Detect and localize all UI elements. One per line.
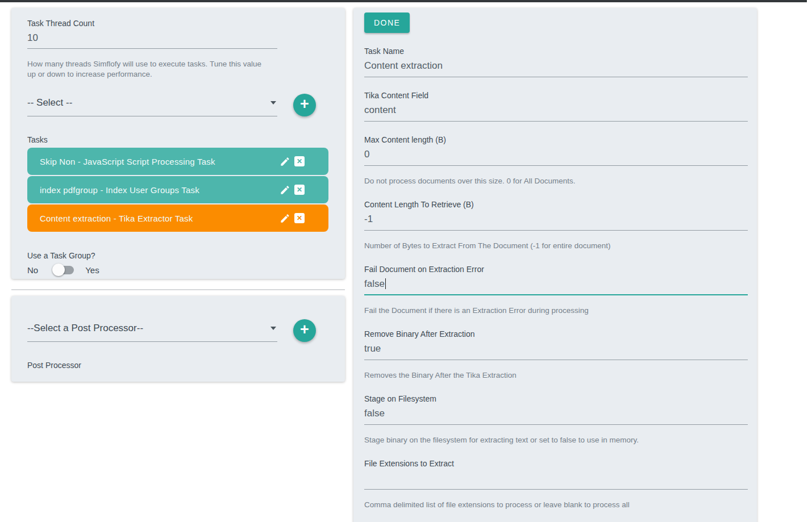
task-row[interactable]: index pdfgroup - Index User Groups Task …	[27, 176, 328, 203]
field-group: Stage on Filesystem false Stage binary o…	[364, 394, 748, 445]
content-length-retrieve-input[interactable]: -1	[364, 213, 748, 231]
task-list: Skip Non - JavaScript Script Processing …	[27, 148, 329, 232]
toggle-yes-label: Yes	[85, 265, 99, 275]
task-group-toggle[interactable]	[53, 266, 74, 274]
post-processor-label: Post Processor	[27, 360, 329, 374]
post-processor-card: --Select a Post Processor-- + Post Proce…	[11, 296, 345, 382]
task-thread-count-label: Task Thread Count	[27, 18, 329, 28]
task-select-row: -- Select -- +	[27, 97, 329, 116]
field-help: Number of Bytes to Extract From The Docu…	[364, 241, 748, 251]
edit-icon[interactable]	[280, 156, 290, 167]
task-thread-count-help: How many threads Simflofy will use to ex…	[27, 59, 266, 80]
field-help: Stage binary on the filesystem for extra…	[364, 435, 748, 445]
edit-icon[interactable]	[280, 185, 290, 195]
task-row[interactable]: Content extraction - Tika Extractor Task…	[27, 204, 328, 232]
edit-icon[interactable]	[280, 213, 290, 224]
max-content-length-input[interactable]: 0	[364, 148, 748, 166]
field-help: Removes the Binary After the Tika Extrac…	[364, 370, 748, 381]
post-processor-select[interactable]: --Select a Post Processor--	[27, 322, 277, 342]
field-help: Do not process documents over this size.…	[364, 176, 748, 186]
field-group: File Extensions to Extract Comma delimit…	[364, 458, 748, 510]
toggle-knob	[52, 264, 65, 276]
task-row-label: Skip Non - JavaScript Script Processing …	[40, 157, 215, 166]
field-group: Tika Content Field content	[364, 90, 748, 122]
task-group-toggle-row: No Yes	[27, 263, 329, 277]
field-group: Max Content length (B) 0 Do not process …	[364, 135, 748, 186]
field-group: Fail Document on Extraction Error false …	[364, 264, 748, 316]
remove-binary-input[interactable]: true	[364, 343, 748, 360]
field-label: Remove Binary After Extraction	[364, 329, 748, 339]
delete-icon[interactable]: ✕	[294, 185, 305, 195]
chevron-down-icon	[270, 101, 276, 105]
delete-icon[interactable]: ✕	[294, 213, 305, 223]
tasks-list-label: Tasks	[27, 135, 329, 145]
field-label: Tika Content Field	[364, 90, 748, 101]
right-column: DONE Task Name Content extraction Tika C…	[353, 8, 757, 522]
task-thread-count-input[interactable]: 10	[27, 32, 277, 49]
task-row-label: Content extraction - Tika Extractor Task	[40, 214, 193, 223]
delete-icon[interactable]: ✕	[294, 156, 305, 166]
field-label: File Extensions to Extract	[364, 458, 748, 469]
field-label: Stage on Filesystem	[364, 394, 748, 404]
field-label: Content Length To Retrieve (B)	[364, 199, 748, 210]
field-group: Remove Binary After Extraction true Remo…	[364, 329, 748, 381]
post-processor-select-row: --Select a Post Processor-- +	[27, 322, 329, 342]
left-column: Task Thread Count 10 How many threads Si…	[11, 8, 345, 382]
task-detail-card: DONE Task Name Content extraction Tika C…	[353, 8, 757, 522]
field-help: Fail the Document if there is an Extract…	[364, 306, 748, 316]
use-task-group-label: Use a Task Group?	[27, 250, 329, 261]
field-group: Task Name Content extraction	[364, 46, 748, 77]
task-type-select-value: -- Select --	[27, 97, 72, 108]
task-row-label: index pdfgroup - Index User Groups Task	[40, 185, 199, 195]
file-extensions-input[interactable]	[364, 472, 748, 490]
field-label: Fail Document on Extraction Error	[364, 264, 748, 274]
done-button[interactable]: DONE	[364, 12, 410, 33]
field-label: Task Name	[364, 46, 748, 56]
plus-icon: +	[300, 322, 309, 337]
text-cursor	[385, 278, 386, 289]
task-name-input[interactable]: Content extraction	[364, 60, 748, 77]
section-divider	[11, 289, 345, 290]
post-processor-select-value: --Select a Post Processor--	[27, 323, 143, 333]
field-label: Max Content length (B)	[364, 135, 748, 145]
add-task-button[interactable]: +	[293, 94, 316, 116]
add-post-processor-button[interactable]: +	[293, 319, 316, 342]
field-help: Comma delimited list of file extensions …	[364, 500, 748, 510]
field-group: Content Length To Retrieve (B) -1 Number…	[364, 199, 748, 251]
task-row[interactable]: Skip Non - JavaScript Script Processing …	[27, 148, 328, 175]
stage-on-filesystem-input[interactable]: false	[364, 407, 748, 425]
chevron-down-icon	[270, 327, 276, 330]
plus-icon: +	[300, 97, 309, 112]
fail-on-extraction-error-input[interactable]: false	[364, 278, 748, 295]
task-type-select[interactable]: -- Select --	[27, 97, 277, 116]
top-bar	[0, 0, 807, 2]
toggle-no-label: No	[27, 265, 38, 275]
task-settings-card: Task Thread Count 10 How many threads Si…	[11, 8, 345, 279]
tika-content-field-input[interactable]: content	[364, 104, 748, 122]
